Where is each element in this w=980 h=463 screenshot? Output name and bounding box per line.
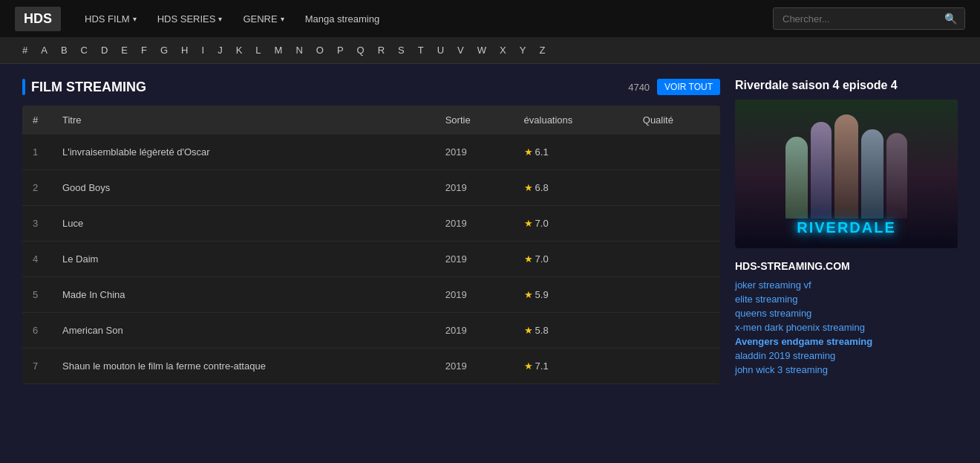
- alpha-link-F[interactable]: F: [141, 45, 147, 56]
- voir-tout-wrapper: 4740 VOIR TOUT: [628, 79, 720, 95]
- nav-genre[interactable]: GENRE ▾: [234, 3, 293, 35]
- alpha-link-K[interactable]: K: [236, 45, 243, 56]
- content-left: FILM STREAMING 4740 VOIR TOUT # Titre So…: [22, 79, 720, 384]
- row-qualite: [633, 313, 720, 349]
- riverdale-title: Riverdale saison 4 episode 4: [735, 79, 958, 92]
- table-header-row: # Titre Sortie évaluations Qualité: [22, 106, 720, 135]
- alpha-link-Z[interactable]: Z: [539, 45, 545, 56]
- row-sortie: 2019: [435, 206, 514, 242]
- table-row[interactable]: 7 Shaun le mouton le film la ferme contr…: [22, 349, 720, 384]
- alpha-link-E[interactable]: E: [121, 45, 128, 56]
- alpha-link-S[interactable]: S: [398, 45, 405, 56]
- alpha-link-C[interactable]: C: [81, 45, 88, 56]
- table-row[interactable]: 5 Made In China 2019 ★5.9: [22, 277, 720, 313]
- row-qualite: [633, 242, 720, 277]
- sidebar-link[interactable]: aladdin 2019 streaming: [735, 350, 958, 361]
- row-num: 5: [22, 277, 52, 313]
- table-head: # Titre Sortie évaluations Qualité: [22, 106, 720, 135]
- alpha-link-Q[interactable]: Q: [357, 45, 365, 56]
- alpha-link-Y[interactable]: Y: [520, 45, 526, 56]
- alpha-link-H[interactable]: H: [181, 45, 188, 56]
- film-table: # Titre Sortie évaluations Qualité 1 L'i…: [22, 106, 720, 384]
- table-row[interactable]: 6 American Son 2019 ★5.8: [22, 313, 720, 349]
- search-input[interactable]: [774, 9, 937, 29]
- row-sortie: 2019: [435, 313, 514, 349]
- row-num: 4: [22, 242, 52, 277]
- row-sortie: 2019: [435, 135, 514, 170]
- row-num: 2: [22, 170, 52, 206]
- alpha-link-W[interactable]: W: [477, 45, 486, 56]
- alpha-link-I[interactable]: I: [202, 45, 205, 56]
- alpha-link-D[interactable]: D: [101, 45, 108, 56]
- row-title: Made In China: [52, 277, 435, 313]
- row-num: 6: [22, 313, 52, 349]
- col-qualite: Qualité: [633, 106, 720, 135]
- search-container: 🔍: [773, 7, 965, 30]
- row-qualite: [633, 170, 720, 206]
- alpha-link-N[interactable]: N: [295, 45, 302, 56]
- nav-hds-film[interactable]: HDS FILM ▾: [76, 3, 146, 35]
- site-logo[interactable]: HDS: [15, 7, 61, 31]
- col-title: Titre: [52, 106, 435, 135]
- row-sortie: 2019: [435, 170, 514, 206]
- row-rating: ★7.1: [514, 349, 633, 384]
- sidebar-link[interactable]: x-men dark phoenix streaming: [735, 322, 958, 333]
- row-title: Shaun le mouton le film la ferme contre-…: [52, 349, 435, 384]
- nav-manga[interactable]: Manga streaming: [296, 3, 388, 35]
- table-row[interactable]: 2 Good Boys 2019 ★6.8: [22, 170, 720, 206]
- table-row[interactable]: 4 Le Daim 2019 ★7.0: [22, 242, 720, 277]
- alpha-link-X[interactable]: X: [500, 45, 506, 56]
- alpha-link-T[interactable]: T: [418, 45, 424, 56]
- table-row[interactable]: 3 Luce 2019 ★7.0: [22, 206, 720, 242]
- alpha-link-#[interactable]: #: [22, 45, 27, 56]
- row-sortie: 2019: [435, 277, 514, 313]
- alpha-link-M[interactable]: M: [275, 45, 283, 56]
- row-qualite: [633, 349, 720, 384]
- sidebar-link[interactable]: queens streaming: [735, 308, 958, 319]
- row-title: American Son: [52, 313, 435, 349]
- table-row[interactable]: 1 L'invraisemblable légèreté d'Oscar 201…: [22, 135, 720, 170]
- row-rating: ★7.0: [514, 242, 633, 277]
- row-qualite: [633, 135, 720, 170]
- row-num: 7: [22, 349, 52, 384]
- dropdown-caret: ▾: [218, 15, 222, 23]
- alpha-link-U[interactable]: U: [437, 45, 444, 56]
- sidebar-right: Riverdale saison 4 episode 4 RIVERDALE H…: [735, 79, 958, 384]
- section-title: FILM STREAMING: [22, 79, 146, 95]
- alpha-bar: #ABCDEFGHIJKLMNOPQRSTUVWXYZ: [0, 37, 980, 64]
- navbar: HDS HDS FILM ▾ HDS SERIES ▾ GENRE ▾ Mang…: [0, 0, 980, 37]
- alpha-link-G[interactable]: G: [160, 45, 168, 56]
- sidebar-link[interactable]: elite streaming: [735, 294, 958, 305]
- riverdale-figures: [735, 107, 958, 218]
- voir-tout-button[interactable]: VOIR TOUT: [657, 79, 720, 95]
- dropdown-caret: ▾: [281, 15, 284, 23]
- sidebar-link[interactable]: john wick 3 streaming: [735, 364, 958, 375]
- nav-links: HDS FILM ▾ HDS SERIES ▾ GENRE ▾ Manga st…: [76, 3, 773, 35]
- alpha-link-J[interactable]: J: [218, 45, 223, 56]
- main-layout: FILM STREAMING 4740 VOIR TOUT # Titre So…: [0, 64, 980, 399]
- search-button[interactable]: 🔍: [937, 8, 964, 29]
- alpha-link-O[interactable]: O: [316, 45, 324, 56]
- row-rating: ★5.8: [514, 313, 633, 349]
- alpha-link-R[interactable]: R: [378, 45, 385, 56]
- sidebar-link[interactable]: joker streaming vf: [735, 279, 958, 291]
- alpha-link-A[interactable]: A: [41, 45, 48, 56]
- row-num: 3: [22, 206, 52, 242]
- section-header: FILM STREAMING 4740 VOIR TOUT: [22, 79, 720, 95]
- alpha-link-L[interactable]: L: [255, 45, 261, 56]
- alpha-link-V[interactable]: V: [457, 45, 464, 56]
- alpha-link-B[interactable]: B: [61, 45, 68, 56]
- row-num: 1: [22, 135, 52, 170]
- row-title: Luce: [52, 206, 435, 242]
- row-rating: ★6.8: [514, 170, 633, 206]
- nav-hds-series[interactable]: HDS SERIES ▾: [148, 3, 232, 35]
- row-title: Le Daim: [52, 242, 435, 277]
- dropdown-caret: ▾: [133, 15, 137, 23]
- riverdale-image[interactable]: RIVERDALE: [735, 100, 958, 248]
- alpha-link-P[interactable]: P: [337, 45, 344, 56]
- sidebar-link[interactable]: Avengers endgame streaming: [735, 336, 958, 347]
- film-tbody: 1 L'invraisemblable légèreté d'Oscar 201…: [22, 135, 720, 384]
- row-rating: ★5.9: [514, 277, 633, 313]
- riverdale-watermark: RIVERDALE: [735, 219, 958, 236]
- row-title: L'invraisemblable légèreté d'Oscar: [52, 135, 435, 170]
